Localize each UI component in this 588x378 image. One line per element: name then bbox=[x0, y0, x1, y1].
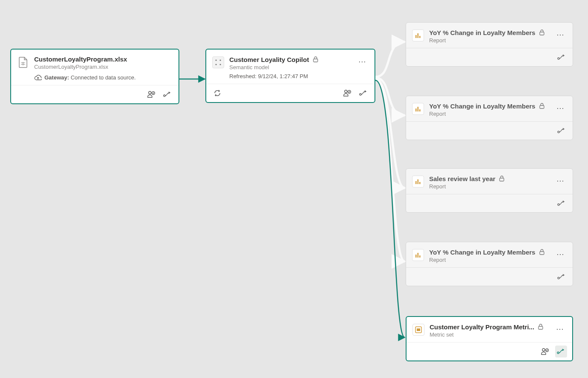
lineage-node-report[interactable]: YoY % Change in Loyalty Members Report ⋯ bbox=[406, 242, 573, 286]
svg-rect-12 bbox=[418, 33, 419, 38]
node-subtitle: Metric set bbox=[430, 331, 549, 338]
more-options-button[interactable]: ⋯ bbox=[555, 175, 567, 187]
report-icon bbox=[412, 176, 424, 188]
lineage-node-semantic-model[interactable]: Customer Loyality Copilot Semantic model… bbox=[205, 49, 375, 103]
sensitivity-lock-icon bbox=[538, 102, 546, 110]
lineage-node-report[interactable]: YoY % Change in Loyalty Members Report ⋯ bbox=[406, 96, 573, 140]
svg-rect-18 bbox=[419, 109, 421, 111]
svg-rect-13 bbox=[419, 36, 421, 38]
report-icon bbox=[412, 103, 424, 115]
model-title: Customer Loyality Copilot bbox=[229, 56, 309, 63]
report-icon bbox=[412, 29, 424, 41]
svg-rect-24 bbox=[500, 178, 504, 181]
svg-rect-19 bbox=[540, 105, 544, 108]
svg-point-3 bbox=[215, 59, 216, 61]
svg-point-5 bbox=[219, 59, 221, 61]
svg-rect-32 bbox=[417, 328, 420, 331]
permissions-icon[interactable] bbox=[539, 346, 551, 357]
svg-point-4 bbox=[215, 64, 216, 65]
lineage-node-report[interactable]: YoY % Change in Loyalty Members Report ⋯ bbox=[406, 22, 573, 67]
lineage-arrow-icon[interactable] bbox=[556, 271, 568, 283]
svg-point-6 bbox=[219, 64, 221, 65]
node-subtitle: Report bbox=[429, 183, 550, 190]
svg-point-20 bbox=[558, 131, 559, 133]
lineage-arrow-icon[interactable] bbox=[556, 51, 568, 63]
excel-file-icon bbox=[17, 56, 29, 68]
source-title: CustomerLoyaltyProgram.xlsx bbox=[34, 56, 127, 63]
svg-point-34 bbox=[542, 349, 545, 351]
svg-rect-23 bbox=[419, 182, 421, 184]
lineage-arrow-icon[interactable] bbox=[161, 88, 173, 100]
svg-rect-27 bbox=[418, 253, 419, 258]
svg-rect-33 bbox=[538, 326, 543, 329]
lineage-node-metric-set[interactable]: Customer Loyalty Program Metri... Metric… bbox=[406, 316, 573, 361]
sensitivity-lock-icon bbox=[538, 248, 546, 256]
svg-point-8 bbox=[345, 90, 347, 93]
lineage-arrow-icon[interactable] bbox=[556, 197, 568, 209]
gateway-status-row: Gateway: Connected to data source. bbox=[34, 74, 173, 81]
semantic-model-icon bbox=[212, 56, 224, 68]
svg-rect-26 bbox=[415, 255, 417, 258]
more-options-button[interactable]: ⋯ bbox=[555, 29, 567, 41]
node-title: Sales review last year bbox=[429, 175, 495, 182]
refreshed-timestamp: Refreshed: 9/12/24, 1:27:47 PM bbox=[229, 73, 351, 79]
svg-rect-29 bbox=[540, 252, 544, 255]
more-options-button[interactable]: ⋯ bbox=[555, 248, 567, 260]
model-subtitle: Semantic model bbox=[229, 64, 351, 70]
lineage-arrow-icon[interactable] bbox=[555, 346, 567, 357]
more-options-button[interactable]: ⋯ bbox=[555, 102, 567, 114]
svg-rect-14 bbox=[540, 32, 544, 35]
permissions-icon[interactable] bbox=[341, 87, 353, 99]
metric-icon bbox=[412, 324, 424, 336]
svg-point-30 bbox=[558, 277, 559, 279]
node-title: Customer Loyalty Program Metri... bbox=[430, 323, 534, 331]
node-subtitle: Report bbox=[429, 111, 550, 117]
refresh-icon[interactable] bbox=[211, 87, 223, 99]
lineage-node-source-file[interactable]: CustomerLoyaltyProgram.xlsx CustomerLoya… bbox=[10, 49, 179, 104]
svg-point-36 bbox=[557, 352, 559, 354]
lineage-arrow-icon[interactable] bbox=[357, 87, 369, 99]
lineage-arrow-icon[interactable] bbox=[556, 125, 568, 137]
svg-rect-16 bbox=[415, 108, 417, 111]
svg-rect-7 bbox=[313, 59, 318, 62]
svg-rect-28 bbox=[419, 255, 421, 258]
node-title: YoY % Change in Loyalty Members bbox=[429, 103, 535, 110]
cloud-gateway-icon bbox=[34, 75, 42, 81]
lineage-node-report[interactable]: Sales review last year Report ⋯ bbox=[406, 168, 573, 213]
sensitivity-lock-icon bbox=[538, 29, 546, 36]
node-title: YoY % Change in Loyalty Members bbox=[429, 29, 535, 36]
report-icon bbox=[412, 249, 424, 261]
node-subtitle: Report bbox=[429, 37, 550, 44]
sensitivity-lock-icon bbox=[537, 323, 544, 331]
more-options-button[interactable]: ⋯ bbox=[357, 56, 369, 67]
svg-point-15 bbox=[558, 58, 559, 59]
svg-rect-11 bbox=[415, 35, 417, 38]
sensitivity-lock-icon bbox=[312, 56, 319, 63]
more-options-button[interactable]: ⋯ bbox=[554, 323, 566, 335]
svg-rect-21 bbox=[415, 181, 417, 184]
node-subtitle: Report bbox=[429, 257, 550, 263]
source-subtitle: CustomerLoyaltyProgram.xlsx bbox=[34, 64, 173, 70]
svg-rect-22 bbox=[418, 179, 419, 184]
sensitivity-lock-icon bbox=[498, 175, 506, 182]
svg-point-10 bbox=[360, 94, 361, 95]
permissions-icon[interactable] bbox=[145, 88, 157, 100]
svg-point-25 bbox=[558, 204, 559, 205]
svg-rect-17 bbox=[418, 107, 419, 111]
svg-point-0 bbox=[149, 91, 151, 94]
node-title: YoY % Change in Loyalty Members bbox=[429, 249, 535, 256]
svg-point-2 bbox=[164, 95, 165, 97]
